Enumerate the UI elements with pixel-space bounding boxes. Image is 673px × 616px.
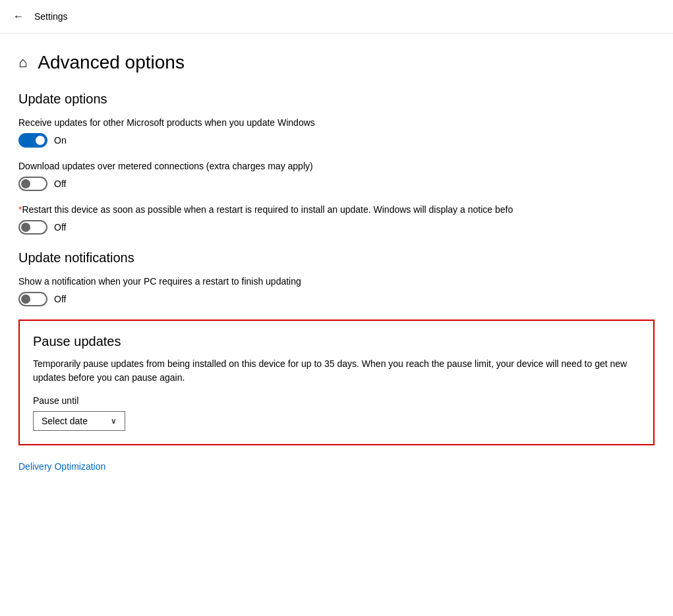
delivery-optimization-link[interactable]: Delivery Optimization [18, 461, 105, 472]
restart-device-toggle-label: Off [54, 222, 66, 233]
download-metered-toggle[interactable] [18, 177, 47, 191]
show-notification-toggle[interactable] [18, 292, 47, 306]
restart-device-toggle-row: Off [18, 220, 655, 235]
select-date-dropdown[interactable]: Select date ∨ [33, 411, 125, 431]
select-date-text: Select date [42, 416, 88, 426]
download-metered-toggle-thumb [21, 179, 30, 188]
back-button[interactable]: ← [11, 8, 26, 25]
restart-device-setting: * Restart this device as soon as possibl… [18, 204, 655, 235]
show-notification-label: Show a notification when your PC require… [18, 276, 655, 287]
dropdown-arrow-icon: ∨ [111, 416, 117, 426]
title-bar: ← Settings [0, 0, 673, 34]
content-area: Update options Receive updates for other… [0, 92, 673, 491]
download-metered-toggle-label: Off [54, 179, 66, 189]
download-metered-toggle-row: Off [18, 177, 655, 191]
update-notifications-section: Update notifications Show a notification… [18, 250, 655, 306]
pause-updates-heading: Pause updates [33, 334, 640, 349]
show-notification-toggle-thumb [21, 294, 30, 304]
receive-updates-toggle-row: On [18, 133, 655, 148]
pause-until-label: Pause until [33, 395, 640, 406]
restart-device-toggle[interactable] [18, 220, 47, 235]
home-icon: ⌂ [18, 54, 27, 71]
download-metered-setting: Download updates over metered connection… [18, 161, 655, 191]
page-header: ⌂ Advanced options [0, 34, 673, 86]
page-title: Advanced options [38, 52, 185, 73]
back-icon: ← [13, 11, 24, 22]
receive-updates-toggle[interactable] [18, 133, 47, 148]
show-notification-setting: Show a notification when your PC require… [18, 276, 655, 306]
receive-updates-toggle-label: On [54, 135, 67, 146]
show-notification-toggle-row: Off [18, 292, 655, 306]
download-metered-label: Download updates over metered connection… [18, 161, 655, 171]
pause-updates-description: Temporarily pause updates from being ins… [33, 357, 640, 385]
show-notification-toggle-label: Off [54, 294, 66, 304]
update-options-heading: Update options [18, 92, 655, 107]
receive-updates-setting: Receive updates for other Microsoft prod… [18, 117, 655, 148]
restart-label-row: * Restart this device as soon as possibl… [18, 204, 655, 220]
receive-updates-toggle-thumb [36, 136, 45, 145]
update-notifications-heading: Update notifications [18, 250, 655, 266]
restart-device-label: Restart this device as soon as possible … [22, 204, 513, 215]
pause-updates-section: Pause updates Temporarily pause updates … [18, 320, 655, 445]
app-title: Settings [34, 11, 68, 22]
receive-updates-label: Receive updates for other Microsoft prod… [18, 117, 655, 128]
restart-device-toggle-thumb [21, 223, 30, 232]
